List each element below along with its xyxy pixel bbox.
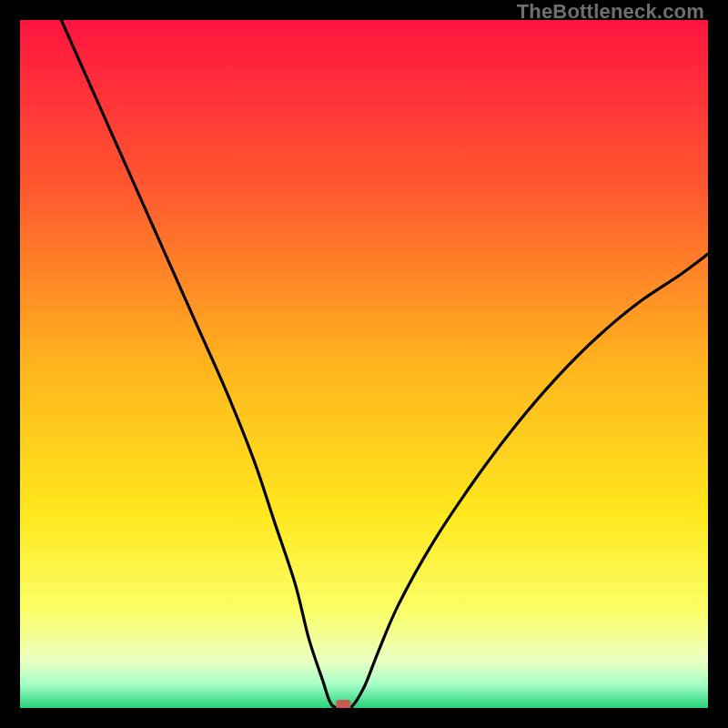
bottleneck-chart — [20, 20, 708, 708]
minimum-marker — [336, 700, 350, 708]
gradient-background — [20, 20, 708, 708]
chart-frame — [20, 20, 708, 708]
watermark-text: TheBottleneck.com — [517, 0, 704, 24]
